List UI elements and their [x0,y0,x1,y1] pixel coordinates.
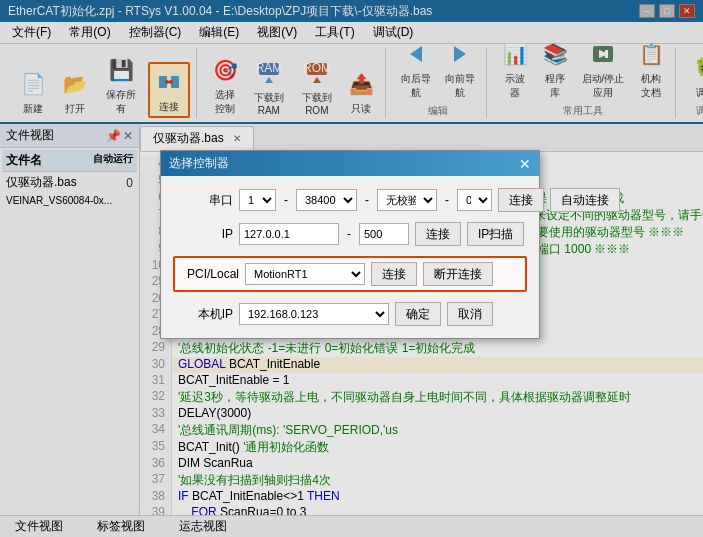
baud-select[interactable]: 38400 [296,189,357,211]
dialog-close-button[interactable]: ✕ [519,157,531,171]
dialog-title-bar: 选择控制器 ✕ [161,151,539,176]
pci-disconnect-button[interactable]: 断开连接 [423,262,493,286]
ip-scan-button[interactable]: IP扫描 [467,222,524,246]
dialog-localip-row: 本机IP 192.168.0.123 确定 取消 [173,302,527,326]
dialog-title-text: 选择控制器 [169,155,229,172]
ok-button[interactable]: 确定 [395,302,441,326]
dialog-port-row: 串口 1 - 38400 - 无校验 - 0 连接 自动连接 [173,188,527,212]
stop-select[interactable]: 0 [457,189,492,211]
port-connect-button[interactable]: 连接 [498,188,544,212]
local-ip-select[interactable]: 192.168.0.123 [239,303,389,325]
dialog-overlay: 选择控制器 ✕ 串口 1 - 38400 - 无校验 - 0 [0,0,703,537]
port-label: 串口 [173,192,233,209]
dialog-pci-row: PCI/Local MotionRT1 连接 断开连接 [173,256,527,292]
pci-connect-button[interactable]: 连接 [371,262,417,286]
parity-select[interactable]: 无校验 [377,189,437,211]
ip-connect-button[interactable]: 连接 [415,222,461,246]
auto-connect-button[interactable]: 自动连接 [550,188,620,212]
ip-label: IP [173,227,233,241]
dialog-ip-row: IP - 连接 IP扫描 [173,222,527,246]
cancel-button[interactable]: 取消 [447,302,493,326]
pci-label: PCI/Local [179,267,239,281]
ip-input[interactable] [239,223,339,245]
select-controller-dialog: 选择控制器 ✕ 串口 1 - 38400 - 无校验 - 0 [160,150,540,339]
pci-select[interactable]: MotionRT1 [245,263,365,285]
port-select[interactable]: 1 [239,189,276,211]
dialog-body: 串口 1 - 38400 - 无校验 - 0 连接 自动连接 [161,176,539,338]
local-ip-label: 本机IP [173,306,233,323]
ip-port-input[interactable] [359,223,409,245]
